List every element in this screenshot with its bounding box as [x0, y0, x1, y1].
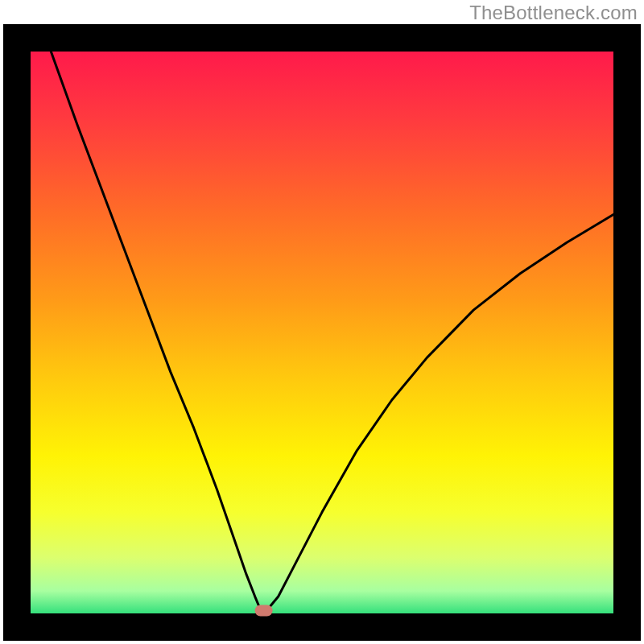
- attribution-text: TheBottleneck.com: [469, 2, 638, 24]
- plot-background: [31, 52, 613, 613]
- minimum-marker: [255, 605, 273, 617]
- plot-area: [3, 24, 641, 641]
- bottleneck-chart: TheBottleneck.com: [0, 0, 644, 644]
- chart-canvas: [0, 0, 644, 644]
